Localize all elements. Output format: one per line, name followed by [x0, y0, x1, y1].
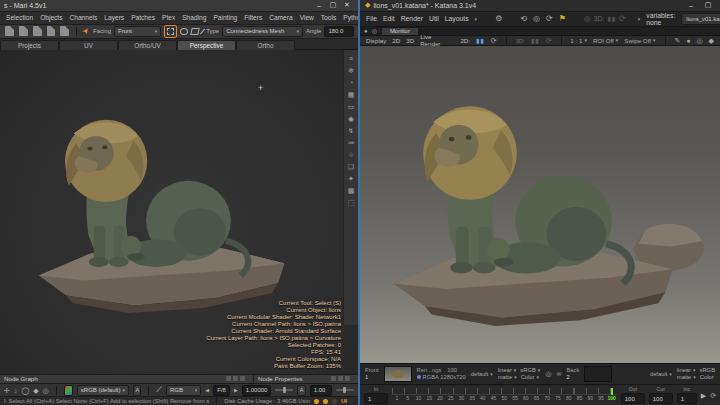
back-thumbnail[interactable] [584, 366, 612, 382]
tab-ortho-uv[interactable]: Ortho/UV [118, 40, 177, 50]
move-node-icon[interactable]: ✛ [4, 387, 10, 394]
roi-dropdown[interactable]: ROI Off▾ [593, 37, 618, 44]
channel-dropdown[interactable]: RGB ▾ [166, 385, 201, 396]
front-default-dropdown[interactable]: default▾ [471, 371, 493, 377]
gamma-slider[interactable] [336, 389, 354, 391]
node-ring-icon[interactable]: ◎ [43, 387, 49, 394]
refresh-2d-icon[interactable]: ⟳ [491, 37, 497, 44]
mari-viewport[interactable]: + ≡ ❄ ◔ ▦ ▭ ◉ ↯ ≔ ⌾ ❏ ✦ ▩ ⬚ Current Tool… [0, 50, 358, 373]
polygon-lasso-tool-icon[interactable] [191, 28, 199, 35]
gain-field[interactable]: 1.00000 [242, 385, 272, 396]
strip-dashed-icon[interactable]: ⬚ [348, 199, 355, 206]
maximize-button[interactable]: ▢ [326, 1, 340, 9]
menu-filters[interactable]: Filters [244, 14, 262, 21]
strip-card-icon[interactable]: ❏ [348, 163, 354, 170]
menu-view[interactable]: View [300, 14, 314, 21]
pause-3d-icon[interactable]: ▮▮ [531, 37, 540, 44]
menu-edit[interactable]: Edit [383, 15, 395, 22]
strip-light-icon[interactable]: ◉ [348, 115, 354, 122]
menu-util[interactable]: Util [429, 15, 439, 22]
pencil-icon[interactable]: ✎ [674, 37, 680, 44]
angle-field[interactable]: 180.0 [324, 26, 354, 37]
variables-chevron-icon[interactable]: ▾ [638, 16, 641, 22]
display-menu[interactable]: Display [366, 37, 386, 44]
diamond-icon[interactable]: ◆ [709, 37, 714, 44]
lasso-tool-icon[interactable] [180, 28, 188, 35]
open-project-icon[interactable] [19, 26, 28, 36]
menu-patches[interactable]: Patches [131, 14, 155, 21]
front-thumbnail[interactable] [384, 366, 412, 382]
tab-perspective[interactable]: Perspective [177, 40, 236, 50]
linear-dropdown[interactable]: linear▾ [677, 367, 696, 373]
menu-file[interactable]: File [366, 15, 377, 22]
close-button[interactable]: ✕ [340, 1, 354, 9]
panel-header-icons[interactable] [331, 376, 350, 381]
strip-history-icon[interactable]: ◔ [349, 79, 353, 86]
strip-star-icon[interactable]: ✦ [348, 175, 354, 182]
tab-projects[interactable]: Projects [0, 40, 59, 50]
target-icon[interactable]: ◎ [533, 15, 540, 23]
pause-2d-icon[interactable]: ▮▮ [476, 37, 485, 44]
type-dropdown[interactable]: Connectedness Mesh ▾ [222, 26, 303, 37]
strip-menu-icon[interactable]: ≡ [349, 55, 353, 62]
zoom-dropdown[interactable]: 1 : 1▾ [570, 37, 587, 44]
menu-painting[interactable]: Painting [213, 14, 237, 21]
play-options-icon[interactable]: ▶ [701, 392, 706, 399]
magic-wand-tool-icon[interactable] [202, 28, 203, 35]
sync-icon[interactable]: ⟲ [520, 15, 527, 23]
front-buffer-label[interactable]: Front 1 [365, 367, 379, 380]
tab-ortho[interactable]: Ortho [236, 40, 295, 50]
matte-dropdown[interactable]: matte▾ [677, 374, 696, 380]
color-dropdown[interactable]: Color▾ [521, 374, 539, 380]
panel-header-icons[interactable] [226, 376, 245, 381]
gear-icon[interactable]: ⚙ [495, 15, 502, 23]
pane-dot-icon[interactable]: ● [364, 28, 368, 34]
pane-ring-icon[interactable]: ◎ [372, 28, 377, 34]
node-graph-header[interactable]: Node Graph [0, 375, 253, 384]
menu-channels[interactable]: Channels [70, 14, 98, 21]
pass-name[interactable]: Ren...ngs [417, 367, 442, 373]
gain-reset-button[interactable]: A [297, 385, 305, 396]
facing-dropdown[interactable]: Front ▾ [114, 26, 161, 37]
rotate-icon[interactable]: ⟳ [546, 15, 553, 23]
out-field[interactable]: 100 [621, 393, 645, 404]
display-3d-menu[interactable]: 3D [406, 37, 414, 44]
node-properties-header[interactable]: Node Properties [253, 375, 358, 384]
strip-lens-icon[interactable]: ⌾ [349, 151, 353, 158]
flag-icon[interactable]: ⚑ [559, 15, 566, 23]
strip-plane-icon[interactable]: ▭ [348, 103, 355, 110]
inc-field[interactable]: 1 [677, 393, 697, 404]
node-diamond-icon[interactable]: ◆ [33, 387, 38, 394]
archive-icon[interactable] [60, 26, 69, 36]
scene-file-tab[interactable]: lions_v01.katana* ▾ [681, 13, 720, 25]
playhead[interactable] [611, 388, 613, 395]
menu-layers[interactable]: Layers [104, 14, 124, 21]
matte-dropdown[interactable]: matte▾ [498, 374, 517, 380]
maximize-button[interactable]: ▢ [701, 1, 715, 9]
strip-grid-icon[interactable]: ▩ [348, 187, 355, 194]
exposure-stepper[interactable]: F/8 [213, 385, 230, 396]
marquee-select-tool[interactable] [164, 25, 177, 38]
compare-icon[interactable]: ◎ [545, 370, 551, 377]
minimize-button[interactable]: – [312, 2, 326, 9]
variables-label[interactable]: variables: none [646, 12, 675, 26]
minimize-button[interactable]: – [684, 2, 698, 9]
menu-shading[interactable]: Shading [182, 14, 206, 21]
linear-dropdown[interactable]: linear▾ [498, 367, 517, 373]
import-icon[interactable] [33, 26, 42, 36]
layouts-chevron-icon[interactable]: ▾ [475, 16, 478, 22]
strip-shader-icon[interactable]: ↯ [348, 127, 354, 134]
menu-objects[interactable]: Objects [40, 14, 62, 21]
levels-icon[interactable]: ⟋ [156, 386, 162, 394]
node-circle-icon[interactable]: ◯ [21, 387, 29, 394]
tab-uv[interactable]: UV [59, 40, 118, 50]
lion-statue-model[interactable] [16, 116, 316, 328]
katana-monitor-viewport[interactable] [360, 46, 720, 363]
menu-ptex[interactable]: Ptex [162, 14, 175, 21]
display-2d-menu[interactable]: 2D [392, 37, 400, 44]
drop-node-icon[interactable]: ↓ [14, 387, 18, 394]
link-buffers-icon[interactable]: ∞ [556, 370, 561, 377]
strip-image-icon[interactable]: ▦ [348, 91, 355, 98]
swipe-dropdown[interactable]: Swipe Off▾ [624, 37, 655, 44]
back-buffer-label[interactable]: Back 2 [566, 367, 579, 380]
